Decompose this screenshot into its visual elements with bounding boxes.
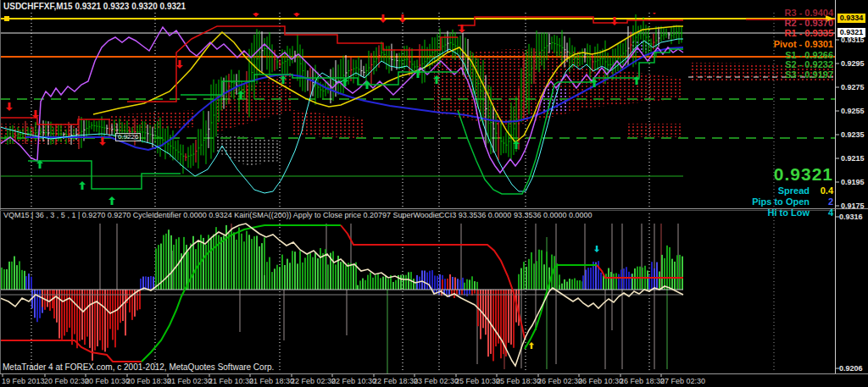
- time-axis-label-12: 25 Feb 18:30: [496, 377, 541, 385]
- time-axis-label-9: 22 Feb 18:30: [373, 377, 418, 385]
- pivot-label-5: S2 - 0.9232: [785, 59, 833, 69]
- pivot-label-1: R2 - 0.9370: [785, 18, 833, 28]
- pivot-label-2: R1 - 0.9335: [785, 28, 833, 38]
- indicator-scale-tick-1: 0.9206: [839, 364, 863, 373]
- time-axis-label-16: 27 Feb 02:30: [660, 377, 705, 385]
- pivot-label-3: Pivot - 0.9301: [774, 39, 833, 49]
- ask-price-box: 0.9334: [837, 14, 865, 23]
- time-axis-label-4: 21 Feb 02:30: [167, 377, 212, 385]
- copyright-text: MetaTrader 4 at FOREX.com, c 2001-2012, …: [3, 363, 274, 372]
- time-axis-label-14: 26 Feb 10:30: [578, 377, 623, 385]
- info-value-1: 2: [810, 196, 833, 207]
- time-axis-label-1: 20 Feb 02:30: [44, 377, 89, 385]
- main-chart-layer: [0, 3, 835, 207]
- info-value-2: 4: [810, 207, 833, 218]
- price-scale-tick-0: 0.9315: [841, 36, 865, 44]
- time-axis-label-8: 22 Feb 10:30: [331, 377, 376, 385]
- time-axis-label-15: 26 Feb 18:30: [620, 377, 665, 385]
- time-axis-label-6: 21 Feb 18:30: [249, 377, 294, 385]
- pivot-label-6: S3 - 0.9197: [785, 69, 833, 80]
- price-scale-tick-4: 0.9235: [841, 130, 865, 139]
- info-label-2: Hi to Low: [768, 207, 810, 218]
- time-axis-label-10: 23 Feb 02:30: [414, 377, 459, 385]
- hline-handle: [4, 16, 9, 21]
- mini-price-label: 0.9226: [115, 133, 141, 141]
- price-scale-tick-7: 0.9175: [841, 202, 865, 210]
- pivot-label-0: R3 - 0.9404: [785, 8, 833, 18]
- mt4-chart-window: USDCHFFXF,M15 0.9321 0.9323 0.9320 0.932…: [0, 0, 868, 387]
- price-scale-tick-1: 0.9295: [841, 59, 865, 68]
- info-panel: 0.9321 Spread0.4Pips to Open2Hi to Low4: [752, 164, 833, 218]
- time-axis-label-13: 26 Feb 02:30: [537, 377, 582, 385]
- current-price-display: 0.9321: [752, 164, 833, 185]
- chart-title: USDCHFFXF,M15 0.9321 0.9323 0.9320 0.932…: [3, 3, 186, 11]
- info-label-0: Spread: [778, 185, 810, 196]
- time-axis-label-11: 25 Feb 10:30: [455, 377, 500, 385]
- info-label-1: Pips to Open: [752, 196, 810, 207]
- chart-canvas[interactable]: [0, 0, 868, 387]
- price-scale-tick-2: 0.9275: [841, 83, 865, 91]
- time-axis-label-0: 19 Feb 2013: [2, 377, 45, 385]
- info-row-0: Spread0.4: [752, 185, 833, 196]
- info-value-0: 0.4: [810, 185, 833, 196]
- indicator-scale-tick-0: 0.9316: [839, 213, 863, 221]
- indicator-layer: [0, 213, 774, 387]
- time-axis-label-7: 22 Feb 02:30: [291, 377, 336, 385]
- time-axis-label-2: 20 Feb 10:30: [85, 377, 130, 385]
- info-rows: Spread0.4Pips to Open2Hi to Low4: [752, 185, 833, 218]
- price-scale-tick-5: 0.9215: [841, 154, 865, 163]
- time-axis-label-3: 20 Feb 18:30: [126, 377, 171, 385]
- price-scale-tick-6: 0.9195: [841, 178, 865, 186]
- info-row-1: Pips to Open2: [752, 196, 833, 207]
- info-row-2: Hi to Low4: [752, 207, 833, 218]
- time-axis-label-5: 21 Feb 10:30: [209, 377, 253, 385]
- price-scale-tick-3: 0.9255: [841, 107, 865, 115]
- indicator-header: VQM15 | 36 , 3 , 5 , 1 | 0.9270 0.9270 C…: [3, 212, 592, 219]
